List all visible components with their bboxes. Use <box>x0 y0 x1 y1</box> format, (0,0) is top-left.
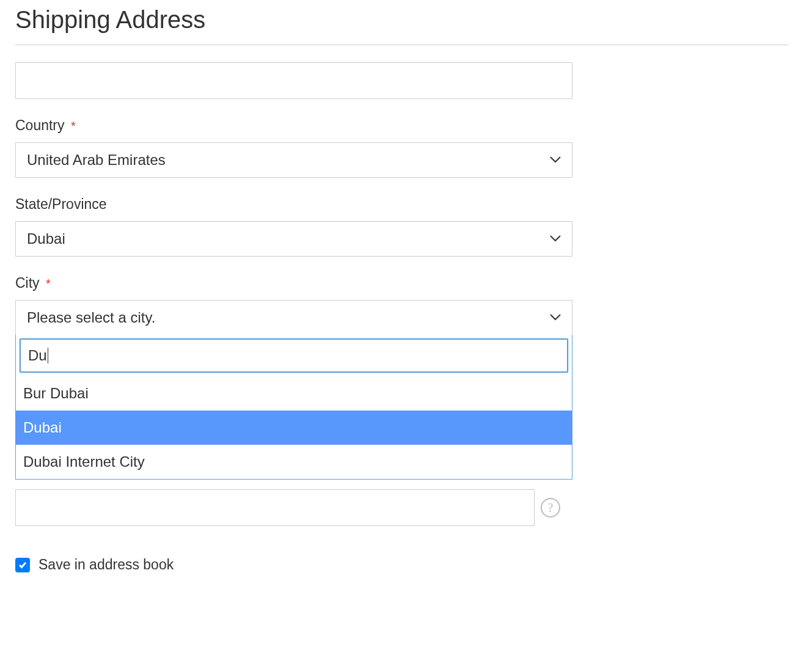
country-label-text: Country <box>15 117 65 133</box>
save-address-label[interactable]: Save in address book <box>38 557 174 573</box>
city-search-input[interactable]: Du <box>20 338 568 373</box>
country-field-group: Country * United Arab Emirates <box>15 117 572 178</box>
help-icon[interactable]: ? <box>541 498 560 517</box>
city-option[interactable]: Bur Dubai <box>16 376 572 411</box>
required-asterisk: * <box>71 119 76 133</box>
city-search-value: Du <box>28 347 47 364</box>
city-field-group: City * Please select a city. Du Bur Duba… <box>15 275 572 335</box>
city-select-wrapper: Please select a city. <box>15 300 572 335</box>
country-label: Country * <box>15 117 572 134</box>
city-search-wrapper: Du <box>16 335 572 376</box>
text-cursor <box>48 348 48 363</box>
shipping-form: Country * United Arab Emirates State/Pro… <box>15 62 572 573</box>
page-title: Shipping Address <box>15 6 789 45</box>
unlabeled-input[interactable] <box>15 62 572 99</box>
country-select[interactable]: United Arab Emirates <box>15 142 572 178</box>
hidden-field-group: ? <box>15 489 535 526</box>
city-dropdown-panel: Du Bur Dubai Dubai Dubai Internet City <box>15 335 572 480</box>
save-address-row: Save in address book <box>15 557 572 573</box>
city-option-label: Bur Dubai <box>23 385 89 401</box>
save-address-checkbox[interactable] <box>15 558 30 572</box>
city-option[interactable]: Dubai <box>16 411 572 445</box>
state-select-wrapper: Dubai <box>15 221 572 257</box>
city-option-label: Dubai Internet City <box>23 453 145 470</box>
state-label: State/Province <box>15 196 572 213</box>
hidden-input[interactable] <box>15 489 535 526</box>
city-placeholder-value: Please select a city. <box>27 309 155 326</box>
required-asterisk: * <box>46 277 51 290</box>
country-selected-value: United Arab Emirates <box>27 152 166 169</box>
city-option[interactable]: Dubai Internet City <box>16 445 572 479</box>
help-icon-glyph: ? <box>548 501 554 515</box>
state-field-group: State/Province Dubai <box>15 196 572 257</box>
unlabeled-field-group <box>15 62 572 99</box>
city-label: City * <box>15 275 572 291</box>
state-label-text: State/Province <box>15 196 107 212</box>
state-select[interactable]: Dubai <box>15 221 572 257</box>
state-selected-value: Dubai <box>27 230 65 247</box>
city-select[interactable]: Please select a city. <box>15 300 572 335</box>
city-label-text: City <box>15 275 40 291</box>
country-select-wrapper: United Arab Emirates <box>15 142 572 178</box>
city-option-label: Dubai <box>23 419 62 436</box>
